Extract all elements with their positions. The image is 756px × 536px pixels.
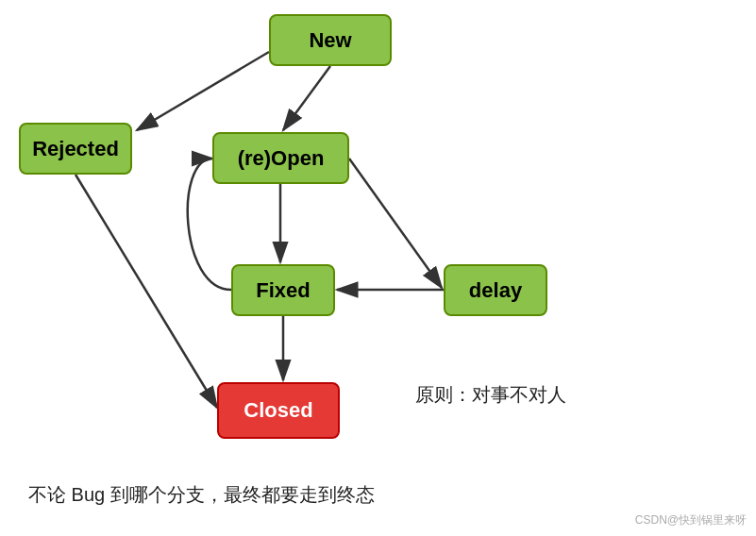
watermark: CSDN@快到锅里来呀 — [635, 512, 747, 528]
node-delay: delay — [444, 264, 547, 316]
node-reopen: (re)Open — [212, 132, 349, 184]
svg-line-2 — [137, 52, 269, 130]
diagram-container: New Rejected (re)Open Fixed delay Closed… — [0, 0, 756, 536]
principle-text: 原则：对事不对人 — [415, 382, 566, 408]
node-new: New — [269, 14, 392, 66]
svg-line-6 — [349, 159, 442, 288]
node-rejected: Rejected — [19, 123, 132, 175]
svg-line-8 — [76, 175, 217, 408]
node-closed: Closed — [217, 382, 340, 439]
svg-line-3 — [283, 66, 330, 130]
bottom-text: 不论 Bug 到哪个分支，最终都要走到终态 — [28, 482, 375, 508]
node-fixed: Fixed — [231, 264, 335, 316]
arrows-svg — [0, 0, 756, 536]
